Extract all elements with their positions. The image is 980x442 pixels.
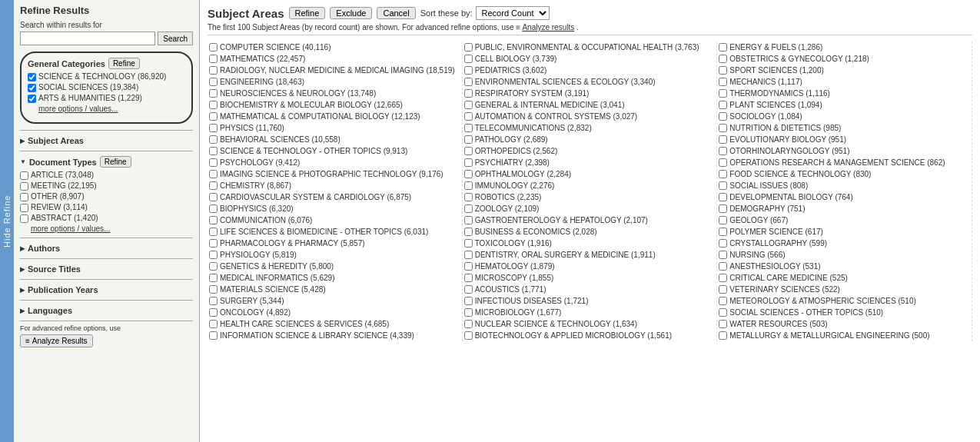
subject-checkbox[interactable] bbox=[464, 55, 473, 63]
doctype-abstract-checkbox[interactable] bbox=[20, 214, 28, 223]
subject-checkbox[interactable] bbox=[719, 216, 727, 224]
general-categories-refine-button[interactable]: Refine bbox=[108, 58, 140, 69]
subject-checkbox[interactable] bbox=[719, 89, 727, 98]
subject-checkbox[interactable] bbox=[464, 262, 473, 271]
subject-checkbox[interactable] bbox=[464, 101, 473, 109]
doctypes-more-options[interactable]: more options / values... bbox=[31, 224, 193, 233]
languages-section[interactable]: ▶ Languages bbox=[20, 304, 193, 317]
sort-select[interactable]: Record Count Alphabetical bbox=[476, 6, 550, 20]
subject-checkbox[interactable] bbox=[464, 320, 473, 328]
exclude-button[interactable]: Exclude bbox=[330, 7, 372, 19]
subject-checkbox[interactable] bbox=[209, 274, 218, 282]
subject-checkbox[interactable] bbox=[209, 55, 218, 63]
subject-checkbox[interactable] bbox=[209, 193, 218, 201]
subject-checkbox[interactable] bbox=[209, 158, 218, 167]
subject-checkbox[interactable] bbox=[719, 331, 727, 340]
subject-checkbox[interactable] bbox=[209, 89, 218, 98]
publication-years-section[interactable]: ▶ Publication Years bbox=[20, 283, 193, 297]
subject-checkbox[interactable] bbox=[719, 55, 727, 63]
subject-checkbox[interactable] bbox=[209, 308, 218, 317]
doctype-review-checkbox[interactable] bbox=[20, 204, 28, 212]
subject-checkbox[interactable] bbox=[719, 204, 727, 213]
subject-checkbox[interactable] bbox=[464, 193, 473, 201]
category-social-sciences-checkbox[interactable] bbox=[28, 84, 36, 92]
subject-checkbox[interactable] bbox=[719, 308, 727, 317]
subject-checkbox[interactable] bbox=[209, 251, 218, 259]
subject-checkbox[interactable] bbox=[209, 239, 218, 248]
subject-checkbox[interactable] bbox=[719, 135, 727, 144]
subject-checkbox[interactable] bbox=[719, 78, 727, 86]
cancel-button[interactable]: Cancel bbox=[377, 7, 415, 19]
subject-checkbox[interactable] bbox=[209, 43, 218, 52]
subject-checkbox[interactable] bbox=[464, 274, 473, 282]
search-button[interactable]: Search bbox=[158, 32, 193, 45]
subject-checkbox[interactable] bbox=[719, 158, 727, 167]
subject-checkbox[interactable] bbox=[464, 112, 473, 121]
subject-checkbox[interactable] bbox=[719, 228, 727, 236]
subject-checkbox[interactable] bbox=[719, 147, 727, 155]
subject-checkbox[interactable] bbox=[464, 43, 473, 52]
subject-checkbox[interactable] bbox=[209, 297, 218, 305]
subject-checkbox[interactable] bbox=[209, 78, 218, 86]
analyze-results-link[interactable]: Analyze results bbox=[522, 23, 574, 32]
subject-checkbox[interactable] bbox=[464, 158, 473, 167]
subject-checkbox[interactable] bbox=[464, 124, 473, 132]
subject-checkbox[interactable] bbox=[464, 216, 473, 224]
doctype-article-checkbox[interactable] bbox=[20, 171, 28, 180]
category-science-technology-checkbox[interactable] bbox=[28, 73, 36, 81]
subject-checkbox[interactable] bbox=[209, 101, 218, 109]
subject-checkbox[interactable] bbox=[719, 239, 727, 248]
refine-button[interactable]: Refine bbox=[289, 7, 326, 19]
subject-checkbox[interactable] bbox=[464, 170, 473, 178]
document-types-refine-button[interactable]: Refine bbox=[100, 156, 131, 168]
subject-checkbox[interactable] bbox=[464, 66, 473, 75]
subject-checkbox[interactable] bbox=[719, 320, 727, 328]
subject-checkbox[interactable] bbox=[464, 251, 473, 259]
subject-checkbox[interactable] bbox=[719, 43, 727, 52]
analyze-results-button[interactable]: ≡ Analyze Results bbox=[20, 334, 93, 347]
subject-checkbox[interactable] bbox=[209, 320, 218, 328]
subject-checkbox[interactable] bbox=[464, 204, 473, 213]
doctype-meeting-checkbox[interactable] bbox=[20, 182, 28, 191]
subject-checkbox[interactable] bbox=[719, 66, 727, 75]
subject-checkbox[interactable] bbox=[464, 147, 473, 155]
subject-checkbox[interactable] bbox=[209, 170, 218, 178]
subject-checkbox[interactable] bbox=[719, 101, 727, 109]
subject-checkbox[interactable] bbox=[209, 147, 218, 155]
subject-checkbox[interactable] bbox=[464, 239, 473, 248]
subject-checkbox[interactable] bbox=[719, 297, 727, 305]
authors-section[interactable]: ▶ Authors bbox=[20, 241, 193, 255]
subject-checkbox[interactable] bbox=[209, 228, 218, 236]
categories-more-options[interactable]: more options / values... bbox=[38, 105, 185, 113]
subject-checkbox[interactable] bbox=[464, 181, 473, 190]
category-arts-humanities-checkbox[interactable] bbox=[28, 95, 36, 103]
subject-checkbox[interactable] bbox=[209, 216, 218, 224]
subject-checkbox[interactable] bbox=[209, 124, 218, 132]
subject-checkbox[interactable] bbox=[719, 274, 727, 282]
subject-checkbox[interactable] bbox=[464, 285, 473, 294]
subject-checkbox[interactable] bbox=[464, 331, 473, 340]
subject-checkbox[interactable] bbox=[719, 112, 727, 121]
subject-checkbox[interactable] bbox=[719, 181, 727, 190]
subject-checkbox[interactable] bbox=[209, 181, 218, 190]
subject-checkbox[interactable] bbox=[464, 297, 473, 305]
doctype-other-checkbox[interactable] bbox=[20, 193, 28, 201]
hide-refine-tab[interactable]: Hide Refine bbox=[0, 0, 14, 442]
subject-areas-section[interactable]: ▶ Subject Areas bbox=[20, 134, 193, 148]
subject-checkbox[interactable] bbox=[209, 285, 218, 294]
source-titles-section[interactable]: ▶ Source Titles bbox=[20, 262, 193, 276]
subject-checkbox[interactable] bbox=[464, 135, 473, 144]
subject-checkbox[interactable] bbox=[464, 308, 473, 317]
subject-checkbox[interactable] bbox=[719, 193, 727, 201]
subject-checkbox[interactable] bbox=[209, 112, 218, 121]
subject-checkbox[interactable] bbox=[464, 228, 473, 236]
subject-checkbox[interactable] bbox=[209, 331, 218, 340]
subject-checkbox[interactable] bbox=[209, 262, 218, 271]
subject-checkbox[interactable] bbox=[719, 170, 727, 178]
subject-checkbox[interactable] bbox=[209, 204, 218, 213]
subject-checkbox[interactable] bbox=[209, 66, 218, 75]
subject-checkbox[interactable] bbox=[719, 251, 727, 259]
subject-checkbox[interactable] bbox=[719, 124, 727, 132]
subject-checkbox[interactable] bbox=[464, 89, 473, 98]
subject-checkbox[interactable] bbox=[719, 285, 727, 294]
